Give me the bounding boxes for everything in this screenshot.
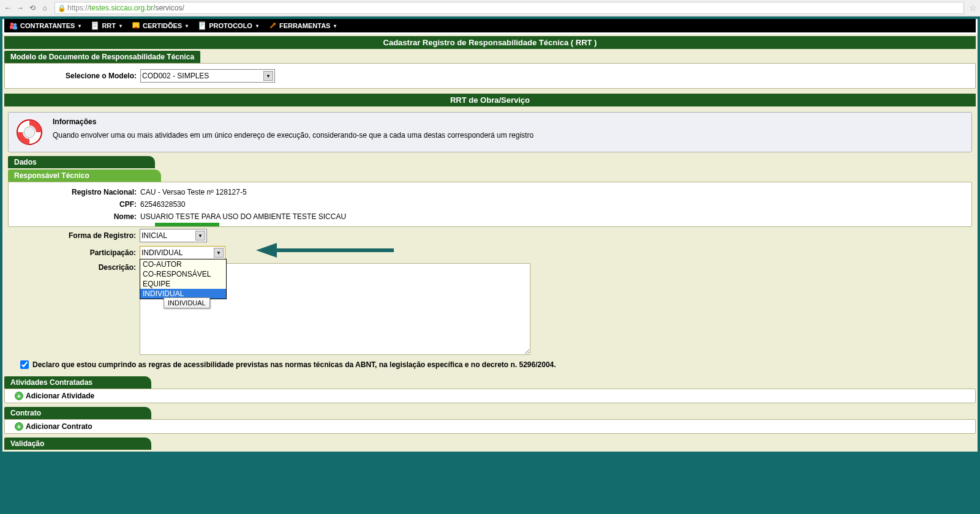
people-icon — [9, 21, 18, 30]
declaracao-checkbox[interactable] — [20, 360, 29, 369]
chevron-down-icon: ▼ — [214, 248, 224, 258]
validacao-legend: Validação — [4, 438, 151, 450]
arrow-annotation — [256, 241, 394, 259]
modelo-label: Selecione o Modelo: — [9, 72, 140, 80]
cpf-value: 62546328530 — [140, 200, 185, 209]
nome-value: USUARIO TESTE PARA USO DO AMBIENTE TESTE… — [140, 212, 346, 221]
adicionar-atividade-link[interactable]: Adicionar Atividade — [26, 392, 94, 400]
add-icon: + — [15, 392, 23, 400]
participacao-tooltip: INDIVIDUAL — [164, 297, 210, 308]
forma-registro-label: Forma de Registro: — [8, 231, 140, 240]
wrench-icon — [268, 21, 277, 30]
declaracao-row: Declaro que estou cumprindo as regras de… — [8, 357, 972, 370]
nav-certidoes[interactable]: CERTIDÕES▾ — [132, 21, 188, 30]
svg-point-12 — [24, 127, 35, 138]
contrato-legend: Contrato — [4, 407, 151, 419]
cpf-label: CPF: — [9, 200, 140, 209]
browser-toolbar: ← → ⟲ ⌂ 🔒 https://testes.siccau.org.br/s… — [0, 0, 980, 17]
nav-label: PROTOCOLO — [209, 22, 252, 29]
nav-ferramentas[interactable]: FERRAMENTAS▾ — [268, 21, 337, 30]
contrato-box: + Adicionar Contrato — [4, 419, 976, 434]
protocol-icon — [198, 21, 206, 30]
nav-label: CERTIDÕES — [143, 22, 182, 29]
back-button[interactable]: ← — [3, 3, 13, 13]
info-box: Informações Quando envolver uma ou mais … — [8, 112, 972, 152]
obra-title: RRT de Obra/Serviço — [4, 94, 976, 106]
chevron-down-icon: ▾ — [334, 23, 336, 29]
forward-button[interactable]: → — [15, 3, 25, 13]
add-icon: + — [15, 422, 23, 431]
participacao-option-coautor[interactable]: CO-AUTOR — [140, 259, 226, 269]
responsavel-box: Registro Nacional: CAU - Versao Teste nº… — [8, 182, 972, 227]
participacao-option-coresponsavel[interactable]: CO-RESPONSÁVEL — [140, 269, 226, 279]
svg-rect-3 — [13, 26, 17, 29]
url-bar[interactable]: 🔒 https://testes.siccau.org.br/servicos/ — [55, 2, 964, 14]
document-icon — [91, 21, 99, 30]
lock-icon: 🔒 — [58, 4, 66, 12]
participacao-select[interactable]: INDIVIDUAL ▼ CO-AUTOR CO-RESPONSÁVEL EQU… — [140, 246, 225, 259]
modelo-select-value: COD002 - SIMPLES — [142, 72, 209, 80]
modelo-select[interactable]: COD002 - SIMPLES ▼ — [140, 69, 275, 83]
home-button[interactable]: ⌂ — [40, 3, 50, 13]
forma-registro-select[interactable]: INICIAL ▼ — [140, 229, 207, 242]
nav-contratantes[interactable]: CONTRATANTES▾ — [9, 21, 81, 30]
main-nav: CONTRATANTES▾ RRT▾ CERTIDÕES▾ PROTOCOLO▾… — [4, 19, 976, 32]
chevron-down-icon: ▾ — [186, 23, 188, 29]
participacao-option-equipe[interactable]: EQUIPE — [140, 279, 226, 289]
modelo-panel: Selecione o Modelo: COD002 - SIMPLES ▼ — [4, 63, 976, 89]
atividades-legend: Atividades Contratadas — [4, 376, 151, 389]
nav-label: RRT — [102, 22, 116, 29]
nav-label: FERRAMENTAS — [279, 22, 331, 29]
nav-label: CONTRATANTES — [20, 22, 75, 29]
info-heading: Informações — [53, 117, 533, 126]
chevron-down-icon: ▼ — [195, 231, 205, 240]
chevron-down-icon: ▾ — [78, 23, 81, 29]
reload-button[interactable]: ⟲ — [28, 3, 37, 13]
registro-label: Registro Nacional: — [9, 188, 140, 196]
modelo-legend: Modelo de Documento de Responsabilidade … — [4, 51, 200, 63]
declaracao-text: Declaro que estou cumprindo as regras de… — [32, 360, 556, 369]
chevron-down-icon: ▼ — [263, 71, 273, 81]
svg-point-0 — [10, 23, 13, 26]
lifebuoy-icon — [15, 117, 44, 147]
responsavel-legend: Responsável Técnico — [8, 169, 161, 182]
nome-label: Nome: — [9, 212, 140, 221]
svg-rect-4 — [92, 22, 98, 29]
info-text: Quando envolver uma ou mais atividades e… — [53, 131, 533, 140]
participacao-value: INDIVIDUAL — [141, 248, 183, 257]
participacao-label: Participação: — [8, 248, 140, 257]
svg-point-9 — [135, 27, 137, 29]
nav-protocolo[interactable]: PROTOCOLO▾ — [198, 21, 258, 30]
bookmark-star-icon[interactable]: ☆ — [969, 3, 977, 13]
participacao-dropdown: CO-AUTOR CO-RESPONSÁVEL EQUIPE INDIVIDUA… — [140, 259, 227, 299]
svg-marker-14 — [256, 243, 277, 258]
forma-registro-value: INICIAL — [141, 231, 167, 240]
descricao-label: Descrição: — [8, 263, 140, 272]
chevron-down-icon: ▾ — [119, 23, 122, 29]
adicionar-contrato-link[interactable]: Adicionar Contrato — [26, 422, 92, 431]
chevron-down-icon: ▾ — [256, 23, 258, 29]
page-title: Cadastrar Registro de Responsabilidade T… — [4, 36, 976, 49]
svg-point-1 — [13, 23, 17, 26]
nav-rrt[interactable]: RRT▾ — [91, 21, 122, 30]
registro-value: CAU - Versao Teste nº 128127-5 — [140, 188, 247, 196]
atividades-box: + Adicionar Atividade — [4, 389, 976, 403]
dados-tab[interactable]: Dados — [8, 156, 155, 168]
certificate-icon — [132, 21, 140, 30]
url-text: https://testes.siccau.org.br/servicos/ — [67, 4, 184, 12]
